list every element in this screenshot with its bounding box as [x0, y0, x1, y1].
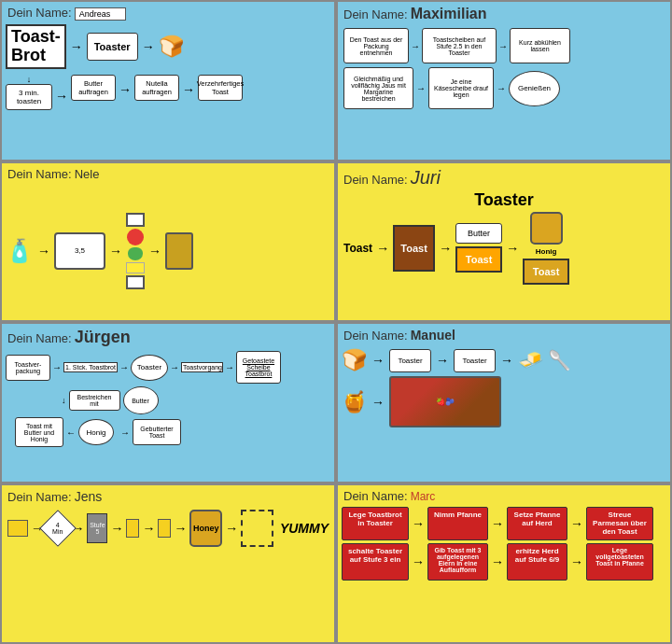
- nele-tomato: [127, 229, 144, 245]
- marc-step1: Lege Toastbrot in Toaster: [342, 507, 409, 540]
- cell1-name-row: Dein Name:: [2, 2, 334, 22]
- jens-arr3: →: [110, 521, 123, 536]
- name-value-8: Marc: [411, 490, 436, 503]
- jurgen-arr3: →: [225, 362, 234, 372]
- max-arr3: →: [416, 83, 426, 93]
- marc-step5: schalte Toaster auf Stufe 3 ein: [342, 543, 409, 581]
- juri-honig-label: Honig: [536, 247, 557, 256]
- jens-honey-label: Honey: [193, 524, 219, 533]
- juri-arr2: →: [439, 241, 452, 256]
- juri-toast-orange-label: Toast: [466, 254, 493, 265]
- cell-manuel: Dein Name: Manuel 🍞 → Toaster → Toaster …: [336, 322, 672, 483]
- arrow-5: →: [182, 82, 195, 97]
- jens-small-box: [126, 519, 139, 538]
- jurgen-down1: ↓: [62, 396, 66, 405]
- juri-toast-brown-label: Toast: [400, 243, 427, 254]
- marc-arr3: →: [570, 507, 583, 540]
- jurgen-arr1: →: [119, 362, 129, 372]
- nele-toast-slice2: [126, 275, 145, 289]
- cell-jens: Dein Name: Jens → 4Min → Stufe5 → →: [0, 483, 336, 645]
- max-step2: Toastscheiben auf Stufe 2.5 in den Toast…: [422, 28, 497, 63]
- name-value-6: Manuel: [411, 328, 455, 343]
- cell-jurgen: Dein Name: Jürgen Toastver-packung → 1. …: [0, 322, 336, 483]
- step-verzehr: Verzehrfertiges Toast: [198, 75, 243, 101]
- cell-marc: Dein Name: Marc Lege Toastbrot in Toaste…: [336, 483, 672, 645]
- jens-start-box: [7, 520, 28, 537]
- jens-small-box2: [158, 519, 171, 538]
- toast-brot-title: Toast-Brot: [6, 24, 66, 69]
- nele-toaster: 3,5: [54, 232, 105, 270]
- manuel-jam-photo: 🍓🫐: [389, 376, 501, 427]
- jens-stufe-box: Stufe5: [87, 513, 107, 543]
- marc-arr1: →: [412, 507, 425, 540]
- max-step1: Den Toast aus der Packung entnehmen: [343, 28, 409, 63]
- cell7-name-row: Dein Name: Jens: [2, 485, 334, 506]
- max-arr2: →: [498, 41, 508, 51]
- jurgen-vorgang: Toastvorgang: [181, 362, 223, 372]
- juri-title: Toaster: [338, 190, 670, 210]
- juri-toast-start: Toast: [343, 242, 372, 255]
- manuel-bread-icon: 🍞: [342, 348, 367, 372]
- manuel-arr4: →: [371, 395, 385, 410]
- manuel-top-row: 🍞 → Toaster → Toaster → 🧈 🥄: [342, 348, 666, 372]
- nele-toast-slice: [126, 213, 145, 227]
- name-label-7: Dein Name:: [7, 490, 72, 504]
- cell-nele: Dein Name: Nele 🧴 → 3,5 → →: [0, 161, 336, 323]
- nele-arr1: →: [37, 244, 50, 259]
- manuel-butter-icon: 🧈: [518, 348, 543, 372]
- juri-arr3: →: [506, 241, 519, 256]
- juri-toast-gold: Toast: [523, 259, 569, 285]
- name-value-3: Nele: [75, 167, 100, 181]
- jurgen-packung: Toastver-packung: [6, 355, 50, 381]
- jens-diamond-wrap: 4Min: [47, 511, 68, 544]
- jurgen-left-arr: ←: [66, 427, 76, 438]
- jurgen-getoastet: Getoastete Scheibe Toastbrot: [236, 351, 281, 384]
- toaster-box-1: Toaster: [87, 33, 138, 61]
- juri-butter: Butter: [455, 223, 502, 244]
- max-step6: Genießen: [509, 71, 560, 106]
- juri-toast-brown: Toast: [393, 225, 435, 272]
- cell-andreas: Dein Name: Toast-Brot → Toaster → 🍞 ↓ 3 …: [0, 0, 336, 161]
- juri-honey-jar: [530, 212, 563, 245]
- marc-step6: Gib Toast mit 3 aufgelegenen Eiern in ei…: [427, 543, 488, 581]
- cell7-content: → 4Min → Stufe5 → → → Honey →: [2, 506, 334, 551]
- marc-step3: Setze Pfanne auf Herd: [507, 507, 567, 540]
- name-label-3: Dein Name:: [7, 167, 72, 181]
- name-value-5: Jürgen: [75, 328, 131, 346]
- cell3-name-row: Dein Name: Nele: [2, 163, 334, 183]
- cell2-content: Den Toast aus der Packung entnehmen → To…: [338, 24, 670, 161]
- arrow-2: →: [142, 39, 155, 54]
- juri-flow: Toast → Toast → Butter Toast → Honig: [338, 212, 670, 285]
- manuel-spoon-icon: 🥄: [548, 349, 571, 371]
- marc-arr5: →: [491, 543, 504, 581]
- marc-arr4: →: [412, 543, 425, 581]
- nele-cheese: [126, 262, 145, 273]
- jurgen-gebutter: Gebutterter Toast: [133, 419, 181, 445]
- marc-step4: Streue Parmesan über den Toast: [586, 507, 653, 540]
- cell8-name-row: Dein Name: Marc: [338, 485, 670, 505]
- jurgen-toaster: Toaster: [131, 355, 168, 381]
- juri-arr1: →: [376, 241, 389, 256]
- cell3-content: 🧴 → 3,5 → →: [2, 183, 334, 320]
- manuel-arr2: →: [436, 353, 449, 368]
- name-label-8: Dein Name:: [343, 489, 408, 503]
- max-step3: Kurz abkühlen lassen: [510, 28, 570, 63]
- max-step5: Je eine Käsescheibe drauf legen: [428, 67, 494, 109]
- nele-lettuce: [128, 247, 143, 260]
- marc-arr2: →: [491, 507, 504, 540]
- name-input-1[interactable]: [75, 7, 126, 21]
- marc-step2: Nimm Pfanne: [427, 507, 488, 540]
- step-butter: Butter auftragen: [71, 75, 116, 101]
- nele-arr3: →: [148, 244, 161, 259]
- step-3min: 3 min. toasten: [6, 84, 52, 110]
- jurgen-right-arr: →: [120, 427, 130, 438]
- arrow-1: →: [70, 39, 83, 54]
- arrow-4: →: [119, 82, 132, 97]
- jens-arr4: →: [142, 521, 155, 536]
- name-label-2: Dein Name:: [343, 7, 408, 21]
- manuel-bottom-row: 🍯 → 🍓🫐: [342, 376, 666, 427]
- jurgen-butter-circle: Butter: [123, 386, 159, 414]
- name-label-6: Dein Name:: [343, 329, 408, 343]
- max-arr4: →: [497, 83, 506, 93]
- marc-arr6: →: [570, 543, 583, 581]
